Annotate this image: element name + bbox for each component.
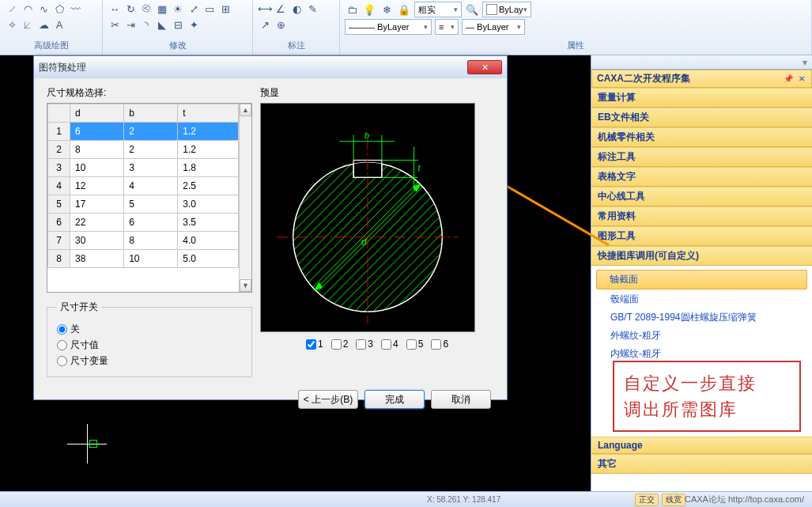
cat-parts[interactable]: 机械零件相关 (591, 127, 812, 147)
radio-var[interactable] (57, 356, 67, 366)
sub-shaft-section[interactable]: 轴截面 (596, 270, 807, 289)
freeze-icon[interactable]: ❄ (380, 2, 394, 17)
callout-box: 自定义一步直接 调出所需图库 (613, 361, 801, 432)
mirror-icon[interactable]: ⧀ (139, 2, 153, 16)
leader-icon[interactable]: ↗ (258, 17, 272, 32)
match-icon[interactable]: 🔍 (465, 2, 479, 17)
wave-icon[interactable]: 〰 (68, 2, 82, 16)
cat-weight[interactable]: 重量计算 (591, 88, 812, 108)
group-label: 标注 (258, 40, 334, 53)
table-row[interactable]: 51753.0 (48, 195, 239, 214)
table-row[interactable]: 73084.0 (48, 232, 239, 250)
linetype2-combo[interactable]: ——— ByLayer▾ (345, 19, 432, 35)
polygon-icon[interactable]: ⬠ (52, 2, 66, 16)
cat-table[interactable]: 表格文字 (591, 167, 812, 187)
dim-switch-group: 尺寸开关 关 尺寸值 尺寸变量 (47, 301, 252, 377)
cat-dim[interactable]: 标注工具 (591, 147, 812, 167)
dim-angle-icon[interactable]: ∠ (274, 2, 288, 16)
svg-text:d: d (361, 236, 367, 248)
table-row[interactable]: 62263.5 (48, 214, 239, 232)
cat-shape[interactable]: 图形工具 (591, 226, 812, 246)
check-3[interactable] (356, 339, 366, 350)
rotate-icon[interactable]: ↻ (123, 2, 138, 16)
spline-icon[interactable]: ∿ (36, 2, 51, 16)
bulb-icon[interactable]: 💡 (362, 2, 376, 17)
table-row[interactable]: 838105.0 (48, 250, 239, 268)
dim-edit-icon[interactable]: ✎ (305, 2, 319, 16)
join-icon[interactable]: ⊞ (218, 2, 232, 16)
prev-button[interactable]: < 上一步(B) (298, 390, 358, 409)
polyline-icon[interactable]: ⟋ (5, 2, 19, 16)
text-icon[interactable]: A (52, 17, 66, 32)
close-button[interactable]: ✕ (467, 60, 502, 74)
svg-text:t: t (418, 163, 421, 172)
color-combo[interactable]: ByLay▾ (482, 2, 531, 17)
dialog-titlebar[interactable]: 图符预处理 ✕ (34, 56, 507, 78)
panel-tab-strip[interactable]: ▾ (591, 55, 812, 70)
extend-icon[interactable]: ⇥ (123, 17, 138, 32)
radio-val[interactable] (57, 340, 67, 350)
scale-icon[interactable]: ⤢ (187, 2, 201, 16)
rect-icon[interactable]: ▭ (202, 2, 217, 16)
break-icon[interactable]: ⊟ (171, 17, 185, 32)
check-2[interactable] (331, 339, 342, 350)
sun-icon[interactable]: ☀ (171, 2, 185, 16)
dim-linear-icon[interactable]: ⟷ (258, 2, 272, 16)
watermark: CAXA论坛 http://top.caxa.com/ (685, 494, 804, 505)
coords-readout: X: 58.261 Y: 128.417 (427, 495, 500, 504)
preview-label: 预显 (260, 86, 494, 100)
check-5[interactable] (406, 339, 417, 350)
cat-ref[interactable]: 常用资料 (591, 206, 812, 226)
arc-icon[interactable]: ◠ (21, 2, 35, 16)
radio-off[interactable] (57, 324, 67, 335)
group-label: 属性 (345, 40, 806, 53)
array-icon[interactable]: ▦ (155, 2, 169, 16)
fillet-icon[interactable]: ◝ (139, 17, 153, 32)
sub-ext-thread[interactable]: 外螺纹-粗牙 (591, 327, 812, 345)
group-label: 高级绘图 (5, 40, 97, 53)
spec-table[interactable]: d b t 1621.22821.231031.841242.551753.06… (47, 103, 252, 293)
spark-icon[interactable]: ✧ (5, 17, 19, 32)
sub-list: 轴截面 毂端面 GB/T 2089-1994圆柱螺旋压缩弹簧 外螺纹-粗牙 内螺… (591, 266, 812, 366)
layer-icon[interactable]: 🗀 (345, 2, 359, 17)
dim-radius-icon[interactable]: ◐ (289, 2, 304, 16)
preview-canvas: b t d (260, 103, 475, 332)
color2-combo[interactable]: — ByLayer▾ (462, 19, 525, 35)
tolerance-icon[interactable]: ⊕ (274, 17, 288, 32)
check-1[interactable] (306, 339, 316, 350)
table-row[interactable]: 1621.2 (48, 123, 239, 141)
cancel-button[interactable]: 取消 (431, 390, 491, 409)
trim-icon[interactable]: ✂ (108, 17, 122, 32)
lineweight-combo[interactable]: ≡▾ (435, 19, 459, 35)
angle-icon[interactable]: ⟀ (21, 17, 35, 32)
cat-language[interactable]: Language (591, 437, 812, 454)
panel-title: CAXA二次开发程序集 📌 ✕ (591, 70, 812, 88)
svg-text:b: b (364, 131, 369, 140)
sub-spring[interactable]: GB/T 2089-1994圆柱螺旋压缩弹簧 (591, 308, 812, 327)
linetype-combo[interactable]: 粗实▾ (414, 2, 462, 17)
lineweight-toggle[interactable]: 线宽 (662, 494, 685, 506)
cat-other[interactable]: 其它 (591, 454, 812, 474)
table-row[interactable]: 31031.8 (48, 159, 239, 177)
view-checks: 1 2 3 4 5 6 (260, 339, 494, 350)
panel-pin-close[interactable]: 📌 ✕ (784, 74, 806, 83)
side-panel: ▾ CAXA二次开发程序集 📌 ✕ 重量计算 EB文件相关 机械零件相关 标注工… (591, 55, 812, 491)
table-row[interactable]: 2821.2 (48, 141, 239, 159)
symbol-preprocess-dialog: 图符预处理 ✕ 尺寸规格选择: d b t 1621.22821.231031.… (33, 55, 508, 400)
ortho-toggle[interactable]: 正交 (635, 494, 659, 506)
check-4[interactable] (381, 339, 391, 350)
table-scrollbar[interactable]: ▲▼ (239, 104, 251, 292)
lock-icon[interactable]: 🔒 (397, 2, 411, 17)
cloud-icon[interactable]: ☁ (36, 17, 51, 32)
cat-centerline[interactable]: 中心线工具 (591, 187, 812, 206)
table-row[interactable]: 41242.5 (48, 177, 239, 195)
cat-eb[interactable]: EB文件相关 (591, 108, 812, 127)
cat-lib[interactable]: 快捷图库调用(可自定义) (591, 246, 812, 266)
ok-button[interactable]: 完成 (364, 390, 425, 409)
check-6[interactable] (431, 339, 441, 350)
explode-icon[interactable]: ✦ (187, 17, 201, 32)
ribbon: ⟋ ◠ ∿ ⬠ 〰 ✧ ⟀ ☁ A 高级绘图 ↔ ↻ ⧀ ▦ ☀ ⤢ ▭ ⊞ ✂… (0, 0, 812, 55)
chamfer-icon[interactable]: ◣ (155, 17, 169, 32)
move-icon[interactable]: ↔ (108, 2, 122, 16)
sub-hub-end[interactable]: 毂端面 (591, 290, 812, 308)
